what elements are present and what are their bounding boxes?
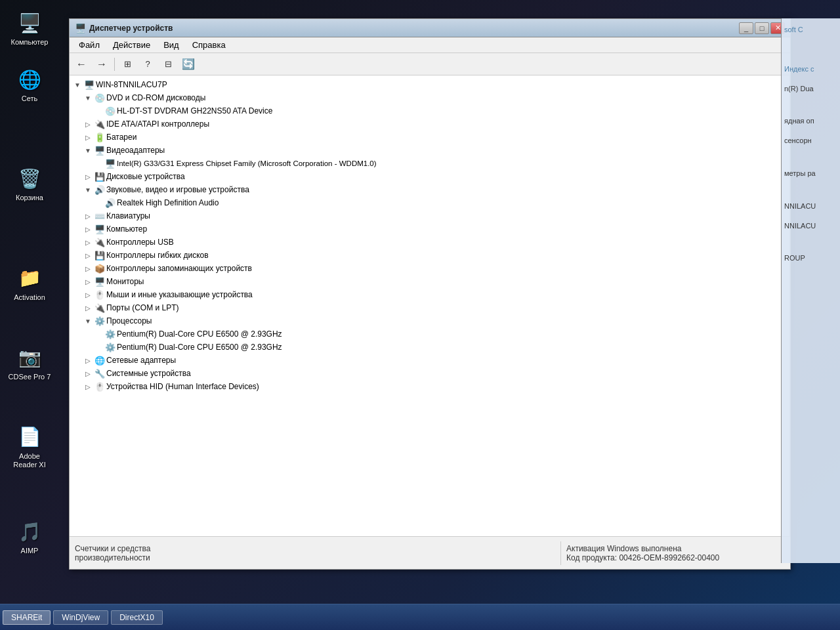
tree-floppy[interactable]: ▷ 💾 Контроллеры гибких дисков — [70, 249, 789, 262]
computer-icon: 🖥️ — [16, 10, 43, 36]
desktop-icon-list: 🖥️ Компьютер 🌐 Сеть 🗑️ Корзина 📁 Activat… — [0, 0, 59, 566]
storage-label: Контроллеры запоминающих устройств — [106, 264, 252, 273]
statusbar-activation: Активация Windows выполнена Код продукта… — [560, 541, 790, 565]
tree-computer-cat[interactable]: ▷ 🖥️ Компьютер — [70, 222, 789, 236]
desktop-icon-trash[interactable]: 🗑️ Корзина — [5, 162, 54, 205]
computer-cat-expander[interactable]: ▷ — [83, 224, 93, 234]
tree-system[interactable]: ▷ 🔧 Системные устройства — [70, 367, 789, 380]
tree-processors[interactable]: ▼ ⚙️ Процессоры — [70, 314, 789, 327]
ports-icon: 🔌 — [94, 303, 105, 313]
tree-ide[interactable]: ▷ 🔌 IDE ATA/ATAPI контроллеры — [70, 117, 789, 131]
taskbar-item-windjview[interactable]: WinDjView — [53, 610, 108, 625]
statusbar-performance[interactable]: Счетчики и средствапроизводительности — [70, 541, 560, 565]
mice-label: Мыши и иные указывающие устройства — [106, 290, 253, 299]
tree-ports[interactable]: ▷ 🔌 Порты (COM и LPT) — [70, 301, 789, 314]
network-cat-expander[interactable]: ▷ — [83, 355, 93, 366]
tree-keyboard[interactable]: ▷ ⌨️ Клавиатуры — [70, 209, 789, 222]
menu-file[interactable]: Файл — [72, 39, 106, 51]
tree-dvd[interactable]: ▼ 💿 DVD и CD-ROM дисководы — [70, 91, 789, 104]
tree-network-cat[interactable]: ▷ 🌐 Сетевые адаптеры — [70, 354, 789, 367]
device-manager-window: 🖥️ Диспетчер устройств _ □ ✕ Файл Действ… — [69, 18, 791, 570]
maximize-button[interactable]: □ — [755, 22, 769, 34]
cdseepro-icon: 📷 — [16, 345, 43, 371]
tree-audio-device[interactable]: ▷ 🔊 Realtek High Definition Audio — [70, 196, 789, 209]
storage-expander[interactable]: ▷ — [83, 263, 93, 274]
usb-expander[interactable]: ▷ — [83, 237, 93, 247]
toolbar-back-button[interactable]: ← — [72, 56, 91, 73]
audio-icon: 🔊 — [94, 184, 105, 195]
tree-mice[interactable]: ▷ 🖱️ Мыши и иные указывающие устройства — [70, 288, 789, 301]
desktop-icon-adobereader[interactable]: 📄 Adobe Reader XI — [5, 421, 54, 472]
audio-expander[interactable]: ▼ — [83, 184, 93, 195]
statusbar: Счетчики и средствапроизводительности Ак… — [70, 536, 790, 569]
tree-battery[interactable]: ▷ 🔋 Батареи — [70, 131, 789, 144]
taskbar-item-directx10[interactable]: DirectX10 — [111, 610, 163, 625]
ports-expander[interactable]: ▷ — [83, 303, 93, 313]
dvd-expander[interactable]: ▼ — [83, 93, 93, 103]
floppy-icon: 💾 — [94, 250, 105, 261]
keyboard-expander[interactable]: ▷ — [83, 211, 93, 221]
display-device-icon: 🖥️ — [105, 158, 116, 169]
menu-action[interactable]: Действие — [106, 39, 157, 51]
desktop-icon-network[interactable]: 🌐 Сеть — [5, 63, 54, 106]
display-expander[interactable]: ▼ — [83, 145, 93, 156]
monitors-label: Мониторы — [106, 277, 144, 286]
toolbar-help-button[interactable]: ? — [138, 56, 157, 73]
tree-storage[interactable]: ▷ 📦 Контроллеры запоминающих устройств — [70, 262, 789, 275]
processors-expander[interactable]: ▼ — [83, 316, 93, 326]
taskbar-item-shareit[interactable]: SHAREit — [3, 610, 51, 625]
dvd-icon: 💿 — [94, 93, 105, 103]
battery-label: Батареи — [106, 133, 136, 142]
mice-expander[interactable]: ▷ — [83, 289, 93, 300]
desktop-icon-computer[interactable]: 🖥️ Компьютер — [5, 7, 54, 50]
tree-dvd-device[interactable]: ▷ 💿 HL-DT-ST DVDRAM GH22NS50 ATA Device — [70, 104, 789, 117]
floppy-label: Контроллеры гибких дисков — [106, 251, 209, 260]
activation-folder-icon: 📁 — [16, 265, 43, 291]
battery-expander[interactable]: ▷ — [83, 132, 93, 142]
tree-root[interactable]: ▼ 🖥️ WIN-8TNNILACU7P — [70, 78, 789, 91]
tree-disk[interactable]: ▷ 💾 Дисковые устройства — [70, 170, 789, 183]
tree-audio[interactable]: ▼ 🔊 Звуковые, видео и игровые устройства — [70, 183, 789, 196]
network-icon: 🌐 — [16, 66, 43, 93]
root-expander[interactable]: ▼ — [72, 79, 83, 90]
disk-expander[interactable]: ▷ — [83, 171, 93, 182]
toolbar-properties-button[interactable]: ⊞ — [118, 56, 136, 73]
ide-expander[interactable]: ▷ — [83, 119, 93, 129]
storage-icon: 📦 — [94, 263, 105, 274]
desktop-icon-cdseepro[interactable]: 📷 CDSee Pro 7 — [5, 341, 54, 385]
dvd-label: DVD и CD-ROM дисководы — [106, 93, 205, 102]
tree-cpu1[interactable]: ▷ ⚙️ Pentium(R) Dual-Core CPU E6500 @ 2.… — [70, 327, 789, 341]
hid-expander[interactable]: ▷ — [83, 381, 93, 392]
taskbar: SHAREit WinDjView DirectX10 — [0, 604, 840, 630]
aimp-icon: 🎵 — [16, 518, 43, 545]
desktop-icon-aimp[interactable]: 🎵 AIMP — [5, 515, 54, 558]
menu-view[interactable]: Вид — [157, 39, 186, 51]
trash-icon: 🗑️ — [16, 165, 43, 192]
dvd-device-label: HL-DT-ST DVDRAM GH22NS50 ATA Device — [117, 106, 272, 116]
window-controls: _ □ ✕ — [739, 22, 785, 34]
toolbar-uninstall-button[interactable]: ⊟ — [159, 56, 177, 73]
tree-hid[interactable]: ▷ 🖱️ Устройства HID (Human Interface Dev… — [70, 380, 789, 393]
device-tree[interactable]: ▼ 🖥️ WIN-8TNNILACU7P ▼ 💿 DVD и CD-ROM ди… — [70, 75, 790, 536]
desktop-icon-activation[interactable]: 📁 Activation — [5, 262, 54, 305]
tree-cpu2[interactable]: ▷ ⚙️ Pentium(R) Dual-Core CPU E6500 @ 2.… — [70, 341, 789, 354]
tree-usb[interactable]: ▷ 🔌 Контроллеры USB — [70, 236, 789, 249]
menu-help[interactable]: Справка — [186, 39, 232, 51]
audio-device-label: Realtek High Definition Audio — [117, 198, 219, 207]
tree-display-device[interactable]: ▷ 🖥️ Intel(R) G33/G31 Express Chipset Fa… — [70, 157, 789, 170]
floppy-expander[interactable]: ▷ — [83, 250, 93, 261]
system-expander[interactable]: ▷ — [83, 368, 93, 379]
computer-tree-icon: 🖥️ — [84, 79, 94, 90]
audio-label: Звуковые, видео и игровые устройства — [106, 185, 249, 194]
toolbar-refresh-button[interactable]: 🔄 — [179, 56, 198, 73]
usb-icon: 🔌 — [94, 237, 105, 247]
tree-monitors[interactable]: ▷ 🖥️ Мониторы — [70, 275, 789, 288]
right-panel-content: soft C Индекс с n(R) Dua ядная оп сенсор… — [782, 18, 840, 270]
monitors-expander[interactable]: ▷ — [83, 276, 93, 287]
dvd-device-icon: 💿 — [105, 106, 116, 116]
tree-display[interactable]: ▼ 🖥️ Видеоадаптеры — [70, 144, 789, 157]
toolbar-forward-button[interactable]: → — [93, 56, 111, 73]
minimize-button[interactable]: _ — [739, 22, 753, 34]
disk-label: Дисковые устройства — [106, 172, 185, 181]
hid-label: Устройства HID (Human Interface Devices) — [106, 382, 259, 391]
